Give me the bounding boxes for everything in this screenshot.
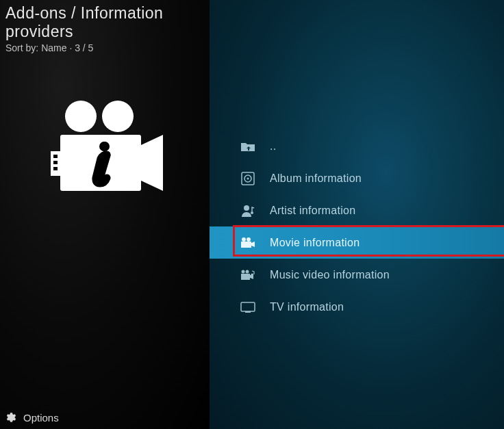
svg-point-16 — [247, 237, 251, 242]
category-artwork — [41, 97, 210, 213]
list-item-movie[interactable]: Movie information — [210, 226, 504, 259]
app-root: Add-ons / Information providers Sort by:… — [0, 0, 504, 429]
svg-rect-17 — [241, 242, 251, 248]
list-item-label: Movie information — [270, 237, 360, 249]
list-item-label: TV information — [270, 301, 344, 313]
svg-point-13 — [244, 205, 249, 211]
svg-point-14 — [251, 211, 253, 214]
movie-icon — [240, 236, 256, 250]
svg-point-1 — [102, 101, 134, 132]
options-label: Options — [23, 412, 59, 424]
svg-point-23 — [251, 273, 253, 275]
gear-icon — [4, 411, 16, 424]
music-video-icon — [240, 268, 256, 282]
svg-point-15 — [242, 237, 246, 242]
list-item-music-video[interactable]: Music video information — [210, 259, 504, 291]
list-item-label: Artist information — [270, 205, 355, 217]
album-icon — [240, 172, 256, 185]
list-position: 3 / 5 — [75, 42, 93, 53]
svg-rect-6 — [53, 167, 58, 170]
svg-point-0 — [65, 101, 97, 132]
list-item-artist[interactable]: Artist information — [210, 194, 504, 226]
tv-icon — [240, 300, 256, 314]
artist-icon — [240, 204, 256, 218]
list-item-label: Music video information — [270, 269, 390, 281]
svg-rect-21 — [241, 274, 250, 280]
list-item-label: Album information — [270, 172, 362, 185]
svg-point-9 — [100, 142, 110, 151]
left-panel: Add-ons / Information providers Sort by:… — [0, 0, 210, 429]
svg-point-20 — [246, 270, 249, 273]
folder-up-icon — [240, 140, 256, 153]
svg-rect-5 — [53, 161, 58, 164]
svg-point-19 — [242, 270, 245, 273]
svg-marker-18 — [251, 242, 255, 247]
footer-options[interactable]: Options — [4, 411, 59, 424]
sort-label: Sort by: Name — [5, 42, 66, 53]
list-item-label: .. — [270, 140, 277, 153]
svg-point-12 — [247, 177, 249, 179]
list-item-album[interactable]: Album information — [210, 162, 504, 194]
svg-rect-24 — [241, 302, 255, 311]
svg-marker-7 — [141, 135, 163, 191]
sort-line[interactable]: Sort by: Name · 3 / 5 — [5, 42, 203, 53]
svg-rect-25 — [245, 311, 251, 313]
list-item-parent[interactable]: .. — [210, 130, 504, 162]
header: Add-ons / Information providers Sort by:… — [0, 0, 210, 56]
breadcrumb: Add-ons / Information providers — [5, 4, 203, 41]
svg-rect-4 — [53, 155, 58, 158]
list-item-tv[interactable]: TV information — [210, 291, 504, 323]
addon-list: .. Album information Artist information … — [210, 130, 504, 323]
right-panel: .. Album information Artist information … — [210, 0, 504, 429]
